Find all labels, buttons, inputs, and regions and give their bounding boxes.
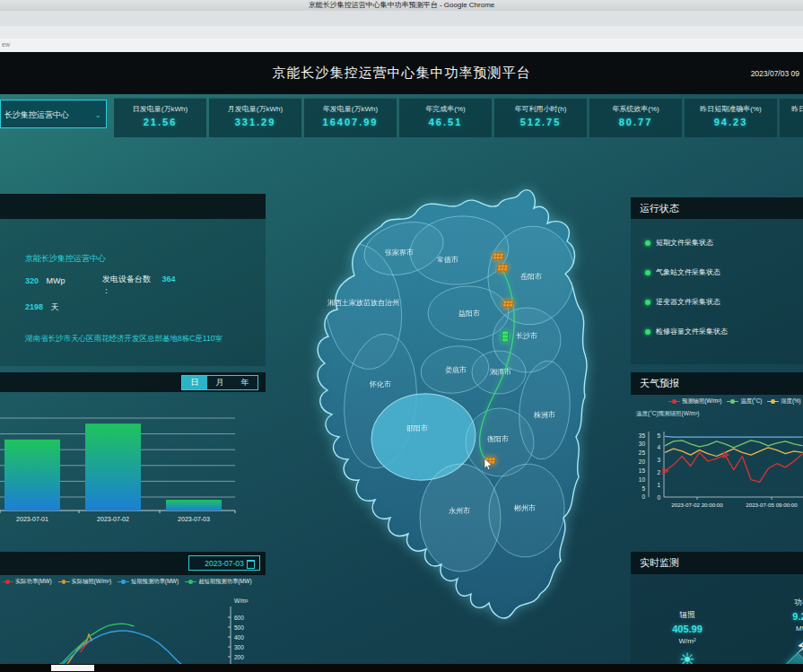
weather-line-chart-svg: 温度(°C)预测辐照(W/m²)353025201510505432102023… [631,406,803,518]
power-line-chart-svg: W/m²010020030040050060003:3005:1507:0008… [0,589,266,664]
generation-bar-chart: 2023-07-012023-07-022023-07-03 [0,392,266,534]
legend-item[interactable]: 实际辐照(W/m²) [58,578,111,586]
power-chart-legend: 实际功率(MW)实际辐照(W/m²)短期预测功率(MW)超短期预测功率(MW) [2,578,267,586]
realtime-metric: 辐照405.99W/m²☀ [647,610,728,664]
city-label[interactable]: 娄底市 [445,366,467,374]
inner-tick-label: 0 [657,494,660,501]
legend-label: 超短期预测功率(MW) [198,578,251,586]
window-titlebar[interactable]: 京能长沙集控运营中心集中功率预测平台 - Google Chrome [0,0,803,11]
generation-bar-chart-svg: 2023-07-012023-07-022023-07-03 [0,392,266,534]
station-capacity: 320 MWp [25,276,65,285]
kpi-label: 年完成率(%) [399,104,492,114]
metric-value: 405.99 [647,624,728,634]
realtime-metric: 功率9.27MW⚡ [762,598,803,664]
page-title: 京能长沙集控运营中心集中功率预测平台 [0,65,803,82]
station-select[interactable]: 长沙集控运营中心 ⌄ [0,100,107,128]
metric-value: 9.27 [762,611,803,622]
device-count-value: 364 [162,275,176,284]
city-label[interactable]: 邵阳市 [406,424,428,432]
legend-item[interactable]: 实际功率(MW) [2,578,52,586]
tab-日[interactable]: 日 [182,376,207,389]
city-label[interactable]: 永州市 [449,507,470,515]
station-info-header [0,194,266,219]
kpi-value: 21.56 [114,117,206,127]
taskbar-item[interactable] [51,665,94,671]
metric-unit: MW [762,624,803,633]
city-label[interactable]: 张家界市 [385,249,414,257]
x-tick-label: 2023-07-02 20:00:00 [671,502,723,508]
generation-chart-header: 日月年 [0,372,266,392]
kpi-value: 331.29 [209,117,301,127]
kpi-label: 昨日短期准确率(%) [685,104,777,114]
station-select-value: 长沙集控运营中心 [4,110,69,119]
date-picker[interactable]: 2023-07-03 [188,555,260,571]
bar[interactable] [85,423,141,511]
city-label[interactable]: 岳阳市 [520,273,542,281]
legend-item[interactable]: 预测辐照(W/m²) [668,397,721,406]
status-item: 逆变器文件采集状态 [645,287,803,317]
city-label[interactable]: 湘西土家族苗族自治州 [327,299,399,307]
capacity-value: 320 [25,276,39,285]
screen: 京能长沙集控运营中心集中功率预测平台 - Google Chrome ew 京能… [0,0,803,672]
station-address: 湖南省长沙市天心区雨花经济开发区总部基地8栋C座110室 [25,334,258,345]
kpi-label: 年可利用小时(h) [494,104,587,114]
city-label[interactable]: 长沙市 [516,332,537,340]
city-label[interactable]: 湘潭市 [490,368,511,376]
legend-label: 温度(°C) [740,397,762,406]
city-label[interactable]: 怀化市 [369,380,391,388]
legend-item[interactable]: 湿度(%) [767,397,800,406]
realtime-monitor-panel: 实时监测 辐照405.99W/m²☀功率9.27MW⚡ [631,552,803,664]
legend-marker [185,580,196,584]
bar[interactable] [166,500,222,511]
legend-item[interactable]: 超短期预测功率(MW) [185,578,251,586]
green-plant-icon[interactable] [502,331,509,342]
power-forecast-panel: 2023-07-03 实际功率(MW)实际辐照(W/m²)短期预测功率(MW)超… [0,552,266,664]
kpi-value: 512.75 [494,117,587,127]
calendar-icon [247,560,255,569]
left-tick-label: 20 [639,458,646,465]
y-tick-label: 400 [234,634,244,641]
page-header: 京能长沙集控运营中心集中功率预测平台 2023/07/03 09 [0,52,803,94]
city-label[interactable]: 株洲市 [533,411,555,419]
kpi-value: 94.23 [685,117,777,127]
kpi-tiles: 日发电量(万kWh)21.56月发电量(万kWh)331.29年发电量(万kWh… [114,98,803,137]
taskbar-sliver [0,664,803,672]
legend-marker [118,580,129,584]
tab-月[interactable]: 月 [207,376,232,389]
x-tick-label: 2023-07-05 09:00:00 [746,502,798,508]
capacity-unit: MWp [47,276,65,285]
y-axis-unit: W/m² [234,598,249,604]
y-tick-label: 500 [234,624,244,631]
station-company-name: 京能长沙集控运营中心 [25,253,106,265]
running-days: 2198 天 [25,301,59,313]
weather-line-chart: 温度(°C)预测辐照(W/m²)353025201510505432102023… [631,406,803,518]
y-tick-label: 300 [234,644,244,650]
hunan-map-svg[interactable]: 张家界市常德市岳阳市湘西土家族苗族自治州益阳市长沙市娄底市湘潭市怀化市株洲市邵阳… [269,141,630,664]
city-label[interactable]: 衡阳市 [487,435,509,443]
legend-label: 预测辐照(W/m²) [682,397,721,406]
kpi-label: 昨日超短期准确率(%) [780,104,803,114]
legend-item[interactable]: 温度(°C) [727,397,762,406]
series-line [0,624,134,664]
status-dot-icon [645,240,650,246]
clipped-edge-text: ew [2,41,10,48]
inner-tick-label: 4 [657,444,660,450]
browser-addressbar-area[interactable] [0,26,803,39]
city-label[interactable]: 郴州市 [514,504,536,512]
kpi-tile: 年完成率(%)46.51 [399,98,492,137]
city-label[interactable]: 益阳市 [458,310,480,318]
bar[interactable] [4,440,60,511]
kpi-label: 日发电量(万kWh) [114,104,206,114]
inner-tick-label: 1 [657,482,660,488]
run-status-list: 短期文件采集状态气象站文件采集状态逆变器文件采集状态检修容量文件采集状态 [631,219,803,364]
city-label[interactable]: 常德市 [437,256,458,264]
kpi-tile: 日发电量(万kWh)21.56 [114,98,206,137]
legend-item[interactable]: 短期预测功率(MW) [118,578,179,586]
tab-年[interactable]: 年 [232,376,257,389]
province-map[interactable]: 张家界市常德市岳阳市湘西土家族苗族自治州益阳市长沙市娄底市湘潭市怀化市株洲市邵阳… [269,141,630,664]
browser-toolbar [0,11,803,26]
left-tick-label: 15 [639,467,646,474]
station-info-body: 京能长沙集控运营中心 320 MWp 发电设备台数 364 ： 2198 天 湖… [0,219,266,366]
weather-forecast-header: 天气预报 [631,372,803,395]
x-axis-label: 2023-07-03 [178,516,210,522]
